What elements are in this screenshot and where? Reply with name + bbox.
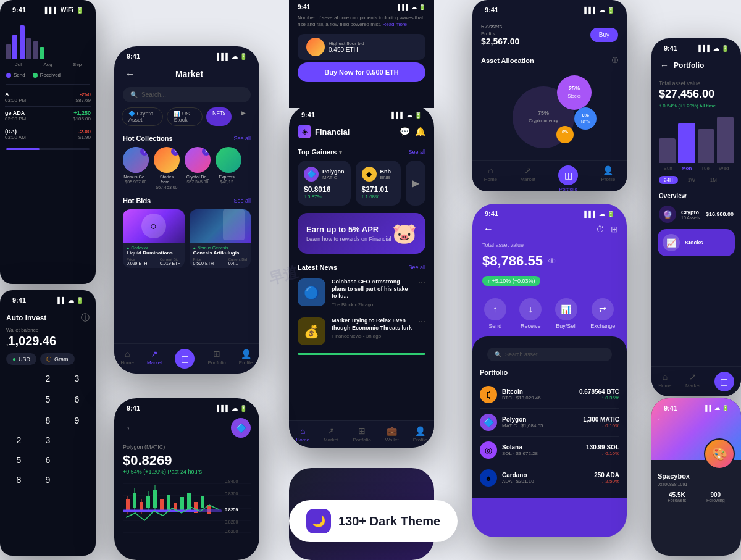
coin-row-sol[interactable]: ◎ Solana SOL · $3,672.28 130.99 SOL ↓ 0.… [480,437,619,464]
collection-item-3[interactable]: 3 Crystal Do_ $57,345.00 [185,147,211,190]
nav-portfolio-2[interactable]: ⊞ Portfolio [207,349,225,369]
gainer-more[interactable]: ▶ [406,161,425,206]
time-1m[interactable]: 1M [705,176,722,184]
nav-portfolio-btn-2[interactable]: ◫ [175,349,195,369]
overview-crypto[interactable]: 🔮 Crypto 10 Assets $16,988.00 [651,202,741,227]
bid-card-1[interactable]: ○ ● Codexxx Liquid Ruminations Price 0.0… [123,209,185,268]
nft-read-more[interactable]: Read more [382,22,407,27]
back-arrow-5[interactable]: ← [481,221,496,237]
coin-row-btc[interactable]: ₿ Bitcoin BTC · $13,029.46 0.678564 BTC … [480,381,619,409]
nav-portfolio-4[interactable]: ◫ Portfolio [558,165,578,191]
nav-home-2[interactable]: ⌂ Home [121,349,134,369]
btc-info: Bitcoin BTC · $13,029.46 [502,388,541,401]
overview-stocks[interactable]: 📈 Stocks [658,229,735,256]
num-3b[interactable]: 3 [35,432,61,449]
back-arrow-icon[interactable]: ← [123,66,138,82]
num-6b[interactable]: 6 [35,451,61,469]
news-more-icon-2[interactable]: ⋯ [418,317,425,326]
buy-btn[interactable]: Buy [590,28,618,42]
num-2b[interactable]: 2 [6,432,31,449]
news-content-1: Coinbase CEO Armstrong plans to sell par… [332,278,412,307]
tab-nfts[interactable]: NFTs [206,107,232,126]
num-9[interactable]: 9 [64,412,90,429]
num-7[interactable] [6,412,31,429]
time-1w[interactable]: 1W [683,176,700,184]
num-4[interactable] [6,391,31,408]
alloc-info-icon[interactable]: ⓘ [612,56,618,65]
portfolio-change-val: +5.10% (+0.03%) [492,278,535,284]
tab-crypto[interactable]: 🔷 Crypto Asset [122,107,163,126]
num-3[interactable]: 3 [64,370,90,387]
polygon-icon: 🔷 [304,167,319,182]
portfolio-dark-section: 🔍 Search asset... Portfolio ₿ Bitcoin BT… [472,336,627,498]
coin-row-matic[interactable]: 🔷 Polygon MATIC · $1,084.55 1,300 MATIC … [480,409,619,437]
nav-home-4[interactable]: ⌂ Home [484,165,497,191]
collection-item-4[interactable]: Express... $48,12... [216,147,241,190]
eye-icon[interactable]: 👁 [548,256,556,266]
bell-icon[interactable]: 🔔 [415,127,425,136]
usd-btn[interactable]: ● USD [6,353,36,365]
num-8b[interactable]: 8 [6,471,31,488]
candle-12 [201,496,204,508]
action-send[interactable]: ↑ Send [484,298,506,329]
num-8[interactable]: 8 [35,412,61,429]
back-arrow-6[interactable]: ← [658,58,671,73]
chat-icon[interactable]: 💬 [400,127,410,136]
tab-more[interactable]: ▶ [235,107,252,126]
divider [6,84,90,85]
nav-market-4[interactable]: ↗ Market [520,165,535,191]
search-asset[interactable]: 🔍 Search asset... [487,348,612,361]
grid-icon[interactable]: ⊞ [611,224,618,234]
hot-collections-see-all[interactable]: See all [233,135,251,141]
market-search[interactable]: 🔍 Search... [123,87,251,102]
news-see-all[interactable]: See all [408,264,425,270]
gainers-see-all[interactable]: See all [408,149,425,155]
back-arrow-7[interactable]: ← [656,413,665,424]
invest-info-icon[interactable]: ⓘ [81,312,90,324]
collection-item-2[interactable]: 2 Stories from... $67,453.00 [154,147,180,190]
collection-item-1[interactable]: 1 Nemus Ge... $95,987.00 [123,147,149,190]
buy-now-btn[interactable]: Buy Now for 0.500 ETH [298,62,425,82]
action-exchange[interactable]: ⇄ Exchange [590,298,615,329]
nav-home-6[interactable]: ⌂ Home [658,372,671,391]
num-5[interactable]: 5 [35,391,61,408]
nav-profile-2[interactable]: 👤 Profile [239,349,253,369]
tab-us-stock[interactable]: 📊 US Stock [167,107,203,126]
news-item-1[interactable]: 🔵 Coinbase CEO Armstrong plans to sell p… [289,274,434,312]
coin-row-ada[interactable]: ♠ Cardano ADA · $301.10 250 ADA ↓ 2.50% [480,464,619,491]
gram-btn[interactable]: ⬡ Gram [40,353,75,365]
time-24h[interactable]: 24H [659,176,678,184]
financial-header: ◈ Financial 💬 🔔 [289,122,434,143]
nav-profile-4[interactable]: 👤 Profile [601,165,616,191]
bid-current2-right: Current Bid 0.4... [228,257,247,265]
hot-bids-header: Hot Bids See all [114,192,259,207]
apr-card[interactable]: Earn up to 5% APR Learn how to rewards o… [298,213,425,254]
polygon-back[interactable]: ← [123,420,138,436]
ada-sub: ADA · $301.10 [502,479,534,484]
num-5b[interactable]: 5 [6,451,31,469]
nav-wallet-3[interactable]: 💼 Wallet [385,426,399,443]
bid-card-2[interactable]: ● Nemus Genesis Genesis Artikulugis Pric… [190,209,251,268]
gainer-polygon[interactable]: 🔷 Polygon MATIC $0.8016 ↑ 5.87% [298,161,351,206]
price-lbl-2: 0.8300 [225,491,238,496]
num-2[interactable]: 2 [35,370,61,387]
news-item-2[interactable]: 💰 Market Trying to Relax Even though Eco… [289,312,434,350]
bid-author-name-1: Codexxx [131,246,148,250]
nav-market-2[interactable]: ↗ Market [147,349,162,369]
nav-market-3[interactable]: ↗ Market [324,426,338,443]
nav-profile-3[interactable]: 👤 Profile [413,426,427,443]
hot-bids-see-all[interactable]: See all [233,198,251,204]
gainer-bnb[interactable]: ◆ Bnb BNB $271.01 ↑ 1.68% [356,161,401,206]
action-receive[interactable]: ↓ Receive [519,298,542,329]
nav-market-6[interactable]: ↗ Market [685,372,700,391]
num-6[interactable]: 6 [64,391,90,408]
action-buysell[interactable]: 📊 Buy/Sell [555,298,577,329]
news-more-icon[interactable]: ⋯ [418,278,425,287]
nav-portfolio-btn-6[interactable]: ◫ [714,372,734,391]
nav-portfolio-4-label: Portfolio [559,186,577,191]
clock-icon[interactable]: ⏱ [596,224,605,234]
nav-portfolio-3[interactable]: ⊞ Portfolio [353,426,371,443]
nav-home-3[interactable]: ⌂ Home [296,426,309,443]
num-9b[interactable]: 9 [35,471,61,488]
coin-right-matic: 1,300 MATIC ↓ 0.10% [583,416,619,428]
